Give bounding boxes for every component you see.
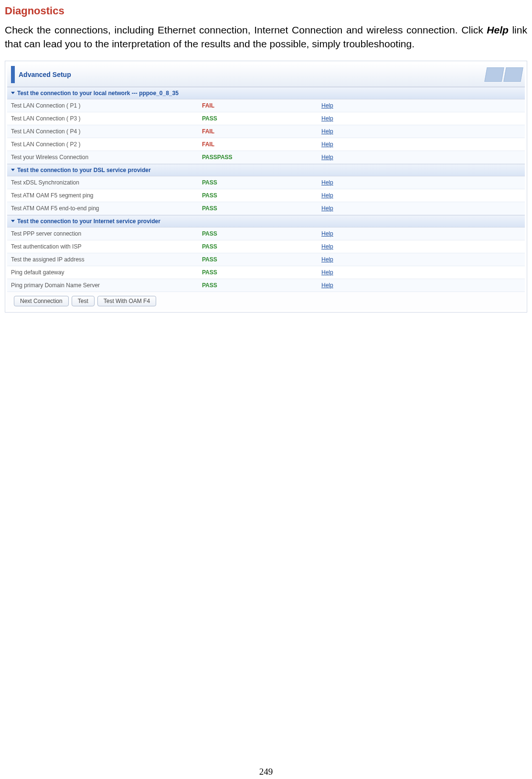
- table-row: Ping primary Domain Name ServerPASSHelp: [7, 279, 525, 292]
- test-status: PASS: [198, 189, 318, 202]
- test-name: Test your Wireless Connection: [7, 151, 198, 163]
- help-link[interactable]: Help: [321, 269, 333, 276]
- section-title: Test the connection to your Internet ser…: [17, 218, 160, 225]
- test-status: PASS: [198, 112, 318, 125]
- table-row: Test the assigned IP addressPASSHelp: [7, 253, 525, 266]
- page-number: 249: [5, 767, 527, 777]
- help-cell: Help: [318, 151, 525, 163]
- body-paragraph: Check the connections, including Etherne…: [5, 23, 527, 51]
- test-name: Test LAN Connection ( P2 ): [7, 138, 198, 151]
- table-row: Test xDSL SynchronizationPASSHelp: [7, 176, 525, 189]
- chevron-down-icon: [11, 220, 15, 222]
- test-results-table: Test PPP server connectionPASSHelpTest a…: [7, 227, 525, 292]
- help-link[interactable]: Help: [321, 192, 333, 199]
- buttons-row: Next Connection Test Test With OAM F4: [7, 292, 525, 310]
- test-name: Test LAN Connection ( P4 ): [7, 125, 198, 138]
- table-row: Test LAN Connection ( P4 )FAILHelp: [7, 125, 525, 138]
- test-name: Test authentication with ISP: [7, 240, 198, 253]
- test-name: Test LAN Connection ( P1 ): [7, 99, 198, 112]
- test-status: PASS: [198, 176, 318, 189]
- table-row: Test ATM OAM F5 end-to-end pingPASSHelp: [7, 202, 525, 215]
- header-accent-bar: [11, 66, 15, 83]
- test-status: FAIL: [198, 99, 318, 112]
- help-link[interactable]: Help: [321, 282, 333, 289]
- body-text-2a: Click: [461, 24, 487, 35]
- help-link[interactable]: Help: [321, 230, 333, 237]
- test-status: PASS: [198, 266, 318, 279]
- table-row: Test ATM OAM F5 segment pingPASSHelp: [7, 189, 525, 202]
- test-status: PASS: [198, 279, 318, 292]
- test-name: Test PPP server connection: [7, 227, 198, 240]
- body-text-help-word: Help: [487, 24, 509, 35]
- help-cell: Help: [318, 266, 525, 279]
- next-connection-button[interactable]: Next Connection: [14, 296, 69, 306]
- test-status: FAIL: [198, 125, 318, 138]
- help-link[interactable]: Help: [321, 102, 333, 109]
- test-results-table: Test xDSL SynchronizationPASSHelpTest AT…: [7, 176, 525, 215]
- test-name: Test ATM OAM F5 segment ping: [7, 189, 198, 202]
- test-name: Ping primary Domain Name Server: [7, 279, 198, 292]
- help-cell: Help: [318, 99, 525, 112]
- page-heading: Diagnostics: [5, 5, 527, 17]
- panel-header: Advanced Setup: [7, 63, 525, 87]
- section-title: Test the connection to your DSL service …: [17, 167, 151, 173]
- help-cell: Help: [318, 176, 525, 189]
- decorative-shape: [484, 67, 504, 82]
- table-row: Test your Wireless ConnectionPASSPASSHel…: [7, 151, 525, 163]
- table-row: Test LAN Connection ( P2 )FAILHelp: [7, 138, 525, 151]
- help-link[interactable]: Help: [321, 205, 333, 212]
- help-link[interactable]: Help: [321, 154, 333, 161]
- test-name: Ping default gateway: [7, 266, 198, 279]
- test-name: Test the assigned IP address: [7, 253, 198, 266]
- help-cell: Help: [318, 253, 525, 266]
- section-header[interactable]: Test the connection to your local networ…: [7, 87, 525, 99]
- panel-title: Advanced Setup: [19, 71, 71, 78]
- help-cell: Help: [318, 227, 525, 240]
- test-status: PASS: [198, 240, 318, 253]
- chevron-down-icon: [11, 92, 15, 94]
- test-name: Test ATM OAM F5 end-to-end ping: [7, 202, 198, 215]
- help-cell: Help: [318, 189, 525, 202]
- help-cell: Help: [318, 279, 525, 292]
- table-row: Ping default gatewayPASSHelp: [7, 266, 525, 279]
- test-with-oam-button[interactable]: Test With OAM F4: [97, 296, 156, 306]
- help-link[interactable]: Help: [321, 179, 333, 186]
- help-cell: Help: [318, 138, 525, 151]
- test-status: PASS: [198, 253, 318, 266]
- diagnostics-panel: Advanced Setup Test the connection to yo…: [5, 61, 527, 313]
- test-status: FAIL: [198, 138, 318, 151]
- help-link[interactable]: Help: [321, 141, 333, 148]
- test-name: Test xDSL Synchronization: [7, 176, 198, 189]
- section-title: Test the connection to your local networ…: [17, 90, 179, 97]
- decorative-shape: [503, 67, 523, 82]
- help-link[interactable]: Help: [321, 128, 333, 135]
- section-header[interactable]: Test the connection to your Internet ser…: [7, 215, 525, 227]
- table-row: Test PPP server connectionPASSHelp: [7, 227, 525, 240]
- table-row: Test LAN Connection ( P1 )FAILHelp: [7, 99, 525, 112]
- section-header[interactable]: Test the connection to your DSL service …: [7, 164, 525, 176]
- test-button[interactable]: Test: [72, 296, 95, 306]
- help-link[interactable]: Help: [321, 115, 333, 122]
- help-cell: Help: [318, 112, 525, 125]
- header-decorative-art: [486, 67, 525, 82]
- help-cell: Help: [318, 125, 525, 138]
- help-cell: Help: [318, 240, 525, 253]
- chevron-down-icon: [11, 169, 15, 171]
- help-link[interactable]: Help: [321, 243, 333, 250]
- test-results-table: Test LAN Connection ( P1 )FAILHelpTest L…: [7, 99, 525, 164]
- panel-header-left: Advanced Setup: [11, 63, 71, 87]
- test-status: PASS: [198, 202, 318, 215]
- help-link[interactable]: Help: [321, 256, 333, 263]
- test-status: PASS: [198, 227, 318, 240]
- help-cell: Help: [318, 202, 525, 215]
- body-text-1: Check the connections, including Etherne…: [5, 24, 458, 35]
- test-name: Test LAN Connection ( P3 ): [7, 112, 198, 125]
- test-status: PASSPASS: [198, 151, 318, 163]
- table-row: Test authentication with ISPPASSHelp: [7, 240, 525, 253]
- table-row: Test LAN Connection ( P3 )PASSHelp: [7, 112, 525, 125]
